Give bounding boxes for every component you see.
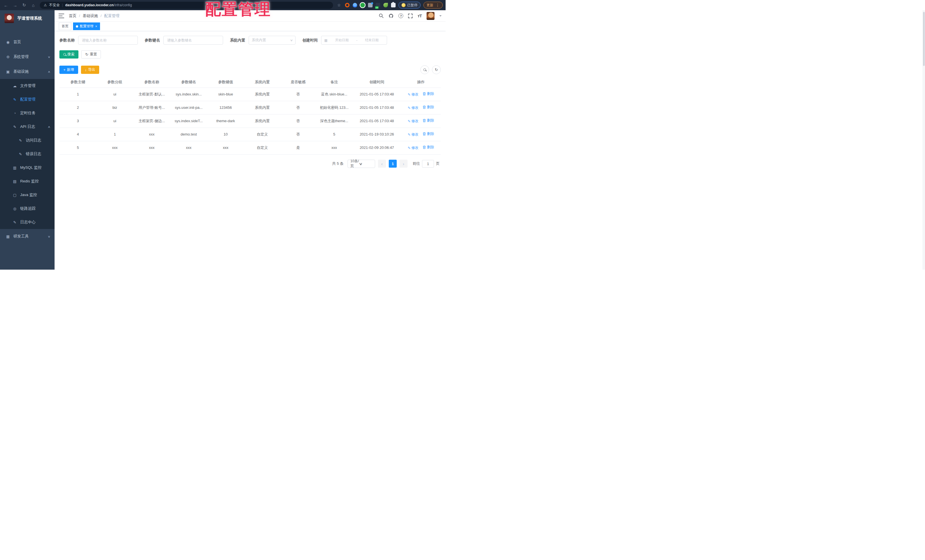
- user-menu-caret-icon[interactable]: [439, 15, 441, 18]
- app-logo-row[interactable]: 芋道管理系统: [0, 10, 54, 26]
- github-icon[interactable]: [389, 14, 393, 18]
- bookmark-star-icon[interactable]: ☆: [336, 3, 342, 8]
- chevron-down-icon: ∨: [47, 235, 50, 238]
- delete-link[interactable]: 删除: [423, 145, 434, 150]
- browser-reload-icon[interactable]: ↻: [21, 3, 27, 8]
- breadcrumb-home[interactable]: 首页: [69, 14, 77, 18]
- table-cell: 系统内置: [244, 87, 280, 101]
- sidebar-item-api-logs[interactable]: ✎ API 日志 ∧: [0, 120, 54, 134]
- green-extension-icon[interactable]: [360, 3, 365, 8]
- delete-link[interactable]: 删除: [423, 118, 434, 123]
- ublock-extension-icon[interactable]: [345, 3, 350, 8]
- translate-cn-extension-icon[interactable]: [376, 3, 380, 8]
- param-key-input[interactable]: [163, 36, 223, 45]
- refresh-table-tool-button[interactable]: ↻: [432, 65, 441, 74]
- prev-page-button[interactable]: ‹: [378, 160, 386, 168]
- search-button[interactable]: 搜索: [59, 50, 78, 59]
- sidebar-item-error-logs[interactable]: ✎ 错误日志: [0, 147, 54, 161]
- address-bar[interactable]: ⚠ 不安全 | dashboard.yudao.iocoder.cn/infra…: [40, 2, 333, 9]
- breadcrumb-infrastructure[interactable]: 基础设施: [83, 14, 98, 18]
- toggle-search-tool-button[interactable]: [420, 65, 429, 74]
- browser-forward-icon[interactable]: →: [12, 3, 18, 8]
- add-button[interactable]: + 新增: [59, 66, 78, 74]
- date-range-picker[interactable]: ▦ 开始日期 - 结束日期: [321, 36, 387, 45]
- goto-page-input[interactable]: [422, 160, 434, 168]
- sidebar-item-system-management[interactable]: ⚙ 系统管理 ∨: [0, 50, 54, 64]
- pin-extension-icon[interactable]: [353, 3, 357, 8]
- browser-home-icon[interactable]: ⌂: [30, 3, 36, 8]
- actions-cell: ✎修改 删除: [401, 141, 441, 154]
- sidebar-item-config-management[interactable]: ✎ 配置管理: [0, 93, 54, 106]
- delete-link[interactable]: 删除: [423, 92, 434, 96]
- help-icon[interactable]: ?: [398, 14, 403, 18]
- browser-back-icon[interactable]: ←: [3, 3, 9, 8]
- table-cell: sys.index.skin...: [170, 87, 207, 101]
- download-icon: ↓: [85, 68, 87, 72]
- edit-link[interactable]: ✎修改: [408, 119, 419, 123]
- search-icon: [423, 68, 426, 71]
- table-cell: 10: [207, 128, 244, 141]
- table-row: 1 ui 主框架页-默认... sys.index.skin... skin-b…: [59, 87, 441, 101]
- reset-button[interactable]: ↻ 重置: [81, 50, 101, 59]
- sidebar-item-mysql-monitor[interactable]: ▥ MySQL 监控: [0, 161, 54, 175]
- topbar: 首页 / 基础设施 / 配置管理 ? ᴛT: [54, 10, 446, 22]
- sidebar-item-java-monitor[interactable]: ▢ Java 监控: [0, 188, 54, 202]
- table-cell: 深色主题theme...: [316, 114, 353, 128]
- edit-link[interactable]: ✎修改: [408, 132, 419, 137]
- sidebar-item-home[interactable]: ◉ 首页: [0, 35, 54, 50]
- delete-link[interactable]: 删除: [423, 131, 434, 136]
- sidebar-item-redis-monitor[interactable]: ▤ Redis 监控: [0, 175, 54, 188]
- url-domain: dashboard.yudao.iocoder.cn: [65, 3, 113, 7]
- chevron-down-icon: ∨: [47, 56, 50, 59]
- eye-icon: ◎: [12, 206, 17, 211]
- sidebar-toggle-icon[interactable]: [59, 14, 64, 18]
- sprout-extension-icon[interactable]: [383, 3, 388, 8]
- browser-update-button[interactable]: 更新 ⋮: [423, 2, 443, 9]
- paused-profile-pill[interactable]: 已暂停: [398, 2, 420, 9]
- delete-link[interactable]: 删除: [423, 105, 434, 110]
- edit-link[interactable]: ✎修改: [408, 105, 419, 110]
- search-icon[interactable]: [379, 14, 384, 18]
- table-cell: xxx: [316, 141, 353, 154]
- total-count: 共 5 条: [332, 161, 343, 166]
- fullscreen-icon[interactable]: [408, 14, 413, 18]
- sidebar-item-dev-tools[interactable]: ▦ 研发工具 ∨: [0, 229, 54, 244]
- grid-extension-icon[interactable]: [368, 3, 372, 8]
- edit-link[interactable]: ✎修改: [408, 92, 419, 97]
- page-size-select[interactable]: 10条/页 ∨: [348, 160, 375, 168]
- tab-home[interactable]: 首页: [59, 23, 71, 30]
- tab-config-management[interactable]: 配置管理 ×: [73, 23, 100, 30]
- actions-cell: ✎修改 删除: [401, 87, 441, 101]
- sidebar-item-infrastructure[interactable]: ▣ 基础设施 ∧: [0, 64, 54, 79]
- user-avatar[interactable]: [426, 12, 434, 20]
- close-tab-icon[interactable]: ×: [95, 25, 97, 28]
- emoji-avatar-icon: [402, 3, 405, 7]
- insecure-warning-icon: ⚠: [44, 3, 47, 7]
- sidebar-item-log-center[interactable]: ✎ 日志中心: [0, 215, 54, 229]
- sidebar-item-trace[interactable]: ◎ 链路追踪: [0, 202, 54, 215]
- font-size-icon[interactable]: ᴛT: [417, 14, 422, 18]
- next-page-button[interactable]: ›: [399, 160, 408, 168]
- chevron-up-icon: ∧: [47, 70, 50, 73]
- sidebar-item-scheduled-tasks[interactable]: ◔ 定时任务: [0, 106, 54, 120]
- column-header: 备注: [316, 77, 353, 87]
- browser-menu-icon[interactable]: ⋮: [435, 3, 440, 8]
- monitor-icon: ▣: [6, 69, 10, 74]
- sidebar-item-access-logs[interactable]: ✎ 访问日志: [0, 134, 54, 147]
- edit-link[interactable]: ✎修改: [408, 146, 419, 150]
- sidebar-item-file-management[interactable]: ☁ 文件管理: [0, 79, 54, 93]
- database-icon: ▥: [12, 166, 17, 170]
- export-button[interactable]: ↓ 导出: [81, 66, 99, 74]
- date-range-separator: -: [356, 38, 357, 42]
- param-name-input[interactable]: [78, 36, 138, 45]
- puzzle-extension-icon[interactable]: [391, 3, 396, 8]
- actions-cell: ✎修改 删除: [401, 128, 441, 141]
- current-page-button[interactable]: 1: [389, 160, 397, 168]
- table-cell: 初始化密码 123...: [316, 101, 353, 114]
- table-row: 4 1 xxx demo.test 10 自定义 否 5 2021-01-19 …: [59, 128, 441, 141]
- system-builtin-select[interactable]: 系统内置 ∨: [249, 36, 295, 45]
- edit-pencil-icon: ✎: [408, 93, 411, 96]
- active-tab-dot: [76, 25, 78, 27]
- system-builtin-label: 系统内置: [230, 38, 245, 43]
- access-log-icon: ✎: [18, 138, 23, 143]
